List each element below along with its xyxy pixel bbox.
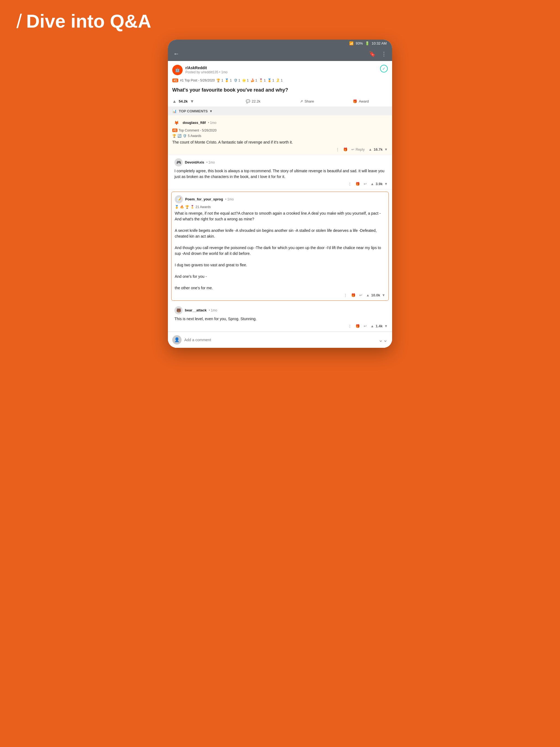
- comment-2-actions: ⋮ 🎁 ↩ ▲ 3.9k ▼: [175, 182, 388, 186]
- wifi-icon: 📶: [349, 41, 354, 45]
- comment-4-more[interactable]: ⋮: [348, 324, 352, 328]
- verified-icon: ✓: [380, 65, 388, 73]
- comment-2-vote: ▲ 3.9k ▼: [371, 182, 388, 186]
- subreddit-info: r/AskReddit Posted by u/redditt135 • 1mo: [185, 66, 228, 75]
- comment-2: 🎮 DevoidAxis • 1mo I completely agree, t…: [168, 155, 392, 189]
- vote-count: 54.2k: [179, 99, 188, 103]
- phone-frame: 📶 93% 🔋 10:32 AM ← 🔖 ⋮ 🤖 r/AskReddit Pos…: [168, 40, 392, 348]
- share-label: Share: [305, 99, 314, 103]
- comment-1-time: • 1mo: [208, 121, 217, 125]
- comment-1-header: 🦊 douglass_ft8f • 1mo: [172, 119, 388, 127]
- comment-2-vote-count: 3.9k: [376, 182, 383, 186]
- vote-section: ▲ 54.2k ▼: [172, 99, 226, 104]
- upvote-icon[interactable]: ▲: [172, 99, 177, 104]
- comment-1-upvote[interactable]: ▲: [368, 147, 372, 152]
- comment-3-gift[interactable]: 🎁: [351, 293, 355, 297]
- subreddit-name[interactable]: r/AskReddit: [185, 66, 228, 70]
- comment-3-awards: 🥇 🔥 🏆 🎖️ 21 Awards: [175, 205, 385, 209]
- award-1: 🏆 1: [216, 78, 223, 82]
- comment-4-header: 🐻 bear__attack • 1mo: [175, 306, 388, 314]
- comments-button[interactable]: 💬 22.2k: [226, 99, 280, 103]
- share-button[interactable]: ↗ Share: [280, 99, 334, 103]
- comment-3: 📝 Poem_for_your_sprog • 1mo 🥇 🔥 🏆 🎖️ 21 …: [171, 192, 389, 301]
- comment-2-time: • 1mo: [206, 160, 215, 164]
- comment-1-reply-button[interactable]: ↩ Reply: [351, 147, 364, 152]
- downvote-icon[interactable]: ▼: [190, 99, 194, 104]
- award-label: Award: [359, 99, 369, 103]
- comment-1-gift[interactable]: 🎁: [343, 147, 348, 152]
- comment-4-vote: ▲ 1.4k ▼: [371, 324, 388, 328]
- comment-3-downvote[interactable]: ▼: [382, 293, 385, 297]
- post-title: What's your favourite book you've read a…: [168, 84, 392, 97]
- comment-1-top-badge: #1: [172, 129, 177, 132]
- nav-right-actions: 🔖 ⋮: [369, 51, 387, 57]
- comment-3-body: What is revenge, if not the equal act?A …: [175, 210, 385, 291]
- comment-1-username[interactable]: douglass_ft8f: [183, 121, 206, 125]
- award-icon: 🎁: [353, 99, 357, 103]
- comment-1-award-count: 5 Awards: [188, 134, 201, 138]
- comment-4-downvote[interactable]: ▼: [384, 324, 388, 328]
- comment-3-vote: ▲ 10.0k ▼: [366, 293, 385, 297]
- comment-2-gift[interactable]: 🎁: [355, 182, 360, 186]
- award-6: 🎖️ 1: [259, 78, 266, 82]
- awards-bar: #1 #1 Top Post - 5/26/2020 🏆 1 🥇 1 🛡️ 1 …: [168, 77, 392, 84]
- comment-3-reply-button[interactable]: ↩: [359, 293, 362, 297]
- reply-icon: ↩: [351, 147, 354, 152]
- banner-slash: /: [17, 11, 22, 31]
- comments-icon: 💬: [246, 99, 250, 103]
- comment-4-username[interactable]: bear__attack: [185, 308, 207, 312]
- more-icon[interactable]: ⋮: [381, 51, 387, 57]
- banner-title: Dive into Q&A: [26, 11, 151, 31]
- comment-4-upvote[interactable]: ▲: [371, 324, 374, 328]
- bookmark-icon[interactable]: 🔖: [369, 51, 376, 57]
- comment-3-award-count: 21 Awards: [196, 205, 211, 209]
- comment-3-username[interactable]: Poem_for_your_sprog: [185, 197, 223, 201]
- comment-1-actions: ⋮ 🎁 ↩ Reply ▲ 16.7k ▼: [172, 147, 388, 152]
- comment-1-downvote[interactable]: ▼: [384, 147, 388, 152]
- comments-count: 22.2k: [252, 99, 261, 103]
- comment-4-avatar: 🐻: [175, 306, 183, 314]
- dropdown-icon[interactable]: ▾: [210, 109, 212, 113]
- comment-1-body: The count of Monte Cristo. A fantastic t…: [172, 139, 388, 145]
- status-bar: 📶 93% 🔋 10:32 AM: [168, 40, 392, 47]
- award-8: 🎗️ 1: [276, 78, 283, 82]
- comment-4-gift[interactable]: 🎁: [355, 324, 360, 328]
- award-button[interactable]: 🎁 Award: [334, 99, 388, 103]
- comment-2-header: 🎮 DevoidAxis • 1mo: [175, 158, 388, 166]
- comment-3-more[interactable]: ⋮: [344, 293, 347, 297]
- comment-2-more[interactable]: ⋮: [348, 182, 352, 186]
- banner: / Dive into Q&A: [0, 0, 560, 40]
- battery-percent: 93%: [356, 41, 363, 45]
- back-button[interactable]: ←: [173, 50, 179, 57]
- award-7: 🏅 1: [268, 78, 274, 82]
- award-3: 🛡️ 1: [233, 78, 240, 82]
- comment-3-time: • 1mo: [225, 198, 234, 201]
- subreddit-icon: 🤖: [172, 65, 183, 75]
- award-4: 🌟 1: [242, 78, 249, 82]
- comment-2-reply-button[interactable]: ↩: [364, 182, 367, 186]
- comment-1-awards: #1 Top Comment - 5/26/2020: [172, 129, 388, 132]
- comment-3-avatar: 📝: [175, 195, 183, 203]
- comment-2-username[interactable]: DevoidAxis: [185, 160, 204, 164]
- comment-2-downvote[interactable]: ▼: [384, 182, 388, 186]
- comment-3-header: 📝 Poem_for_your_sprog • 1mo: [175, 195, 385, 203]
- award-2: 🥇 1: [225, 78, 232, 82]
- time: 10:32 AM: [372, 41, 387, 45]
- add-comment-input[interactable]: [184, 338, 376, 342]
- post-author: Posted by u/redditt135 • 1mo: [185, 70, 228, 75]
- battery-icon: 🔋: [365, 41, 370, 45]
- comment-1-top-label: Top Comment - 5/26/2020: [179, 129, 217, 132]
- comment-4-vote-count: 1.4k: [376, 324, 383, 328]
- top-post-badge: #1: [172, 78, 178, 82]
- comment-1-vote: ▲ 16.7k ▼: [368, 147, 388, 152]
- comment-1-more[interactable]: ⋮: [336, 147, 339, 152]
- comment-3-vote-count: 10.0k: [371, 293, 380, 297]
- comment-4: 🐻 bear__attack • 1mo This is next level,…: [168, 303, 392, 332]
- send-icon[interactable]: ⌄⌄: [378, 337, 388, 343]
- post-meta: 🤖 r/AskReddit Posted by u/redditt135 • 1…: [172, 65, 228, 75]
- comment-3-upvote[interactable]: ▲: [366, 293, 370, 297]
- award-5: 🍰 1: [251, 78, 257, 82]
- add-comment-bar: 👤 ⌄⌄: [168, 332, 392, 348]
- comment-4-reply-button[interactable]: ↩: [364, 324, 367, 328]
- comment-2-upvote[interactable]: ▲: [371, 182, 374, 186]
